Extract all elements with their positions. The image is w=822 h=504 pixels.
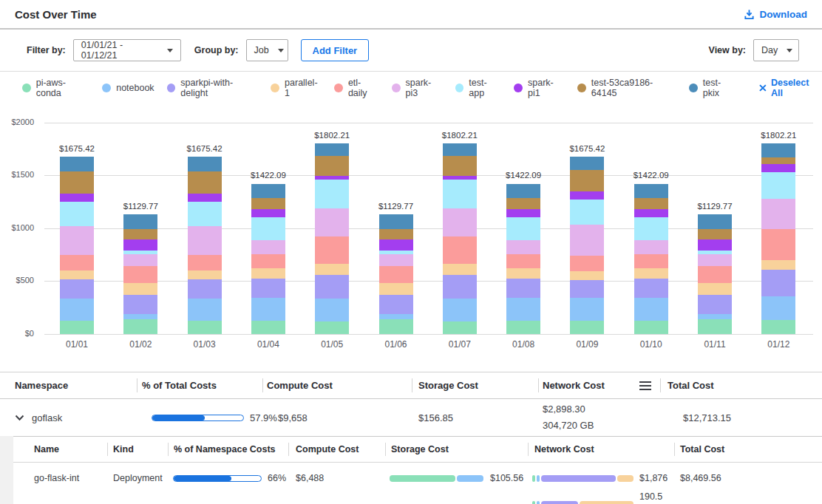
bar-segment-test-app[interactable] bbox=[506, 217, 540, 240]
stacked-bar-01/12[interactable] bbox=[761, 143, 795, 333]
bar-segment-notebook[interactable] bbox=[570, 298, 604, 321]
bar-segment-spark-pi1[interactable] bbox=[506, 209, 540, 217]
bar-segment-pi-aws-conda[interactable] bbox=[379, 319, 413, 334]
stacked-bar-01/05[interactable] bbox=[315, 143, 349, 333]
bar-segment-parallel-1[interactable] bbox=[251, 268, 285, 279]
bar-segment-sparkpi-with-delight[interactable] bbox=[698, 295, 732, 313]
bar-segment-pi-aws-conda[interactable] bbox=[123, 319, 157, 334]
stacked-bar-01/11[interactable] bbox=[698, 214, 732, 333]
col-header-namespace[interactable]: Namespace bbox=[0, 372, 137, 398]
bar-segment-notebook[interactable] bbox=[379, 314, 413, 319]
bar-segment-test-pkix[interactable] bbox=[251, 184, 285, 198]
bar-segment-test-pkix[interactable] bbox=[570, 157, 604, 169]
bar-segment-test-53ca9186-64145[interactable] bbox=[761, 157, 795, 164]
bar-segment-pi-aws-conda[interactable] bbox=[634, 321, 668, 333]
bar-segment-spark-pi1[interactable] bbox=[570, 191, 604, 199]
bar-segment-test-app[interactable] bbox=[251, 217, 285, 240]
bar-segment-parallel-1[interactable] bbox=[506, 268, 540, 279]
bar-segment-test-pkix[interactable] bbox=[761, 143, 795, 157]
stacked-bar-01/02[interactable] bbox=[123, 214, 157, 333]
bar-segment-parallel-1[interactable] bbox=[634, 268, 668, 279]
bar-segment-test-pkix[interactable] bbox=[315, 143, 349, 156]
subcol-header-compute[interactable]: Compute Cost bbox=[288, 437, 385, 462]
bar-segment-parallel-1[interactable] bbox=[443, 264, 477, 275]
bar-segment-test-53ca9186-64145[interactable] bbox=[570, 170, 604, 191]
stacked-bar-01/10[interactable] bbox=[634, 184, 668, 334]
legend-item-sparkpi-with-delight[interactable]: sparkpi-with-delight bbox=[167, 78, 259, 98]
bar-segment-pi-aws-conda[interactable] bbox=[315, 321, 349, 334]
group-by-dropdown[interactable]: Job bbox=[246, 39, 288, 61]
bar-segment-pi-aws-conda[interactable] bbox=[60, 321, 94, 333]
stacked-bar-01/09[interactable] bbox=[570, 157, 604, 333]
subcol-header-pct-namespace[interactable]: % of Namespace Costs bbox=[168, 437, 288, 462]
stacked-bar-01/08[interactable] bbox=[506, 184, 540, 334]
bar-segment-etl-daily[interactable] bbox=[634, 254, 668, 268]
legend-item-spark-pi3[interactable]: spark-pi3 bbox=[392, 78, 443, 98]
bar-segment-test-pkix[interactable] bbox=[698, 214, 732, 229]
bar-segment-notebook[interactable] bbox=[506, 298, 540, 321]
bar-segment-parallel-1[interactable] bbox=[123, 283, 157, 295]
bar-segment-notebook[interactable] bbox=[60, 299, 94, 321]
legend-item-test-53ca9186-64145[interactable]: test-53ca9186-64145 bbox=[577, 78, 676, 98]
date-range-dropdown[interactable]: 01/01/21 - 01/12/21 bbox=[73, 39, 181, 61]
subcol-header-storage[interactable]: Storage Cost bbox=[385, 437, 528, 462]
bar-segment-test-pkix[interactable] bbox=[443, 143, 477, 156]
bar-segment-sparkpi-with-delight[interactable] bbox=[188, 279, 222, 299]
bar-segment-sparkpi-with-delight[interactable] bbox=[315, 275, 349, 299]
bar-segment-test-pkix[interactable] bbox=[379, 214, 413, 229]
bar-segment-spark-pi1[interactable] bbox=[698, 239, 732, 250]
bar-segment-etl-daily[interactable] bbox=[443, 236, 477, 264]
col-header-storage[interactable]: Storage Cost bbox=[412, 372, 538, 398]
bar-segment-notebook[interactable] bbox=[315, 299, 349, 321]
bar-segment-pi-aws-conda[interactable] bbox=[698, 319, 732, 334]
bar-segment-spark-pi3[interactable] bbox=[761, 199, 795, 230]
legend-item-parallel-1[interactable]: parallel-1 bbox=[271, 78, 322, 98]
add-filter-button[interactable]: Add Filter bbox=[301, 39, 370, 61]
legend-item-etl-daily[interactable]: etl-daily bbox=[334, 78, 379, 98]
bar-segment-parallel-1[interactable] bbox=[60, 270, 94, 279]
legend-item-notebook[interactable]: notebook bbox=[102, 83, 154, 93]
bar-segment-sparkpi-with-delight[interactable] bbox=[634, 279, 668, 298]
legend-item-pi-aws-conda[interactable]: pi-aws-conda bbox=[22, 78, 89, 98]
bar-segment-notebook[interactable] bbox=[698, 314, 732, 319]
legend-item-test-app[interactable]: test-app bbox=[455, 78, 502, 98]
bar-segment-parallel-1[interactable] bbox=[379, 283, 413, 295]
download-button[interactable]: Download bbox=[744, 9, 808, 20]
bar-segment-etl-daily[interactable] bbox=[60, 255, 94, 270]
bar-segment-test-53ca9186-64145[interactable] bbox=[698, 229, 732, 239]
bar-segment-spark-pi3[interactable] bbox=[188, 226, 222, 255]
bar-segment-spark-pi3[interactable] bbox=[506, 240, 540, 254]
bar-segment-test-pkix[interactable] bbox=[188, 157, 222, 171]
col-header-total[interactable]: Total Cost bbox=[660, 372, 822, 398]
bar-segment-etl-daily[interactable] bbox=[251, 254, 285, 268]
bar-segment-spark-pi1[interactable] bbox=[251, 209, 285, 217]
bar-segment-etl-daily[interactable] bbox=[761, 229, 795, 260]
bar-segment-spark-pi1[interactable] bbox=[634, 209, 668, 217]
bar-segment-test-app[interactable] bbox=[315, 180, 349, 208]
bar-segment-test-app[interactable] bbox=[761, 172, 795, 199]
bar-segment-spark-pi3[interactable] bbox=[698, 254, 732, 266]
bar-segment-etl-daily[interactable] bbox=[506, 254, 540, 268]
col-header-network[interactable]: Network Cost bbox=[538, 372, 660, 398]
bar-segment-pi-aws-conda[interactable] bbox=[761, 320, 795, 333]
bar-segment-sparkpi-with-delight[interactable] bbox=[506, 279, 540, 298]
bar-segment-parallel-1[interactable] bbox=[188, 270, 222, 279]
bar-segment-pi-aws-conda[interactable] bbox=[443, 321, 477, 334]
bar-segment-test-pkix[interactable] bbox=[634, 184, 668, 198]
bar-segment-sparkpi-with-delight[interactable] bbox=[251, 279, 285, 298]
subcol-header-total[interactable]: Total Cost bbox=[674, 437, 822, 462]
bar-segment-test-53ca9186-64145[interactable] bbox=[506, 198, 540, 210]
bar-segment-spark-pi1[interactable] bbox=[123, 239, 157, 250]
legend-item-spark-pi1[interactable]: spark-pi1 bbox=[514, 78, 565, 98]
deselect-all-button[interactable]: Deselect All bbox=[759, 78, 822, 98]
subcol-header-network[interactable]: Network Cost bbox=[528, 437, 674, 462]
bar-segment-test-app[interactable] bbox=[634, 217, 668, 240]
bar-segment-test-app[interactable] bbox=[188, 202, 222, 226]
bar-segment-test-pkix[interactable] bbox=[123, 214, 157, 229]
bar-segment-sparkpi-with-delight[interactable] bbox=[60, 279, 94, 299]
subcol-header-kind[interactable]: Kind bbox=[107, 437, 168, 462]
bar-segment-spark-pi1[interactable] bbox=[188, 194, 222, 202]
bar-segment-spark-pi1[interactable] bbox=[761, 164, 795, 172]
bar-segment-spark-pi3[interactable] bbox=[443, 208, 477, 237]
bar-segment-etl-daily[interactable] bbox=[188, 255, 222, 270]
